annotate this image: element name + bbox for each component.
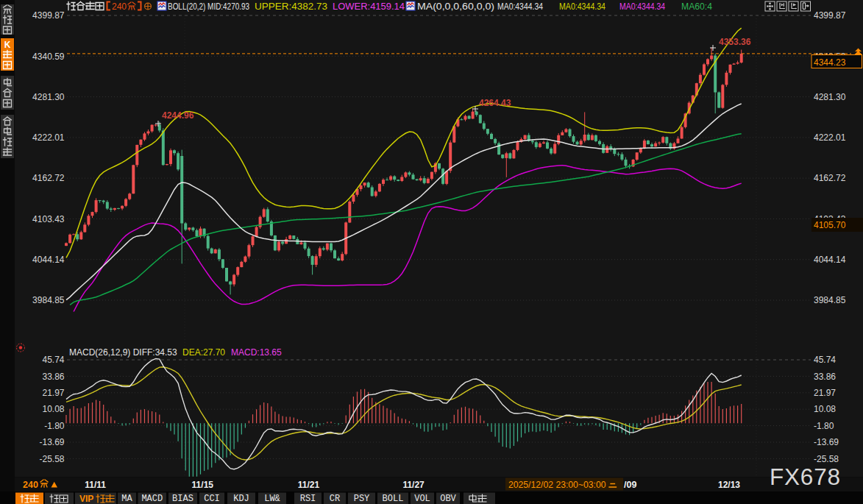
svg-text:4340.59: 4340.59: [32, 52, 65, 62]
svg-text:11/11: 11/11: [85, 480, 106, 490]
svg-text:4103.43: 4103.43: [32, 214, 65, 224]
svg-text:4399.87: 4399.87: [32, 10, 65, 21]
svg-text:4044.14: 4044.14: [32, 255, 65, 265]
svg-text:240: 240: [112, 1, 127, 12]
svg-text:4281.30: 4281.30: [814, 92, 846, 102]
svg-text:11/27: 11/27: [402, 480, 425, 490]
svg-text:BOLL: BOLL: [383, 494, 404, 504]
svg-text:4044.14: 4044.14: [814, 255, 846, 265]
svg-text:4244.96: 4244.96: [162, 110, 194, 121]
svg-text:4344.23: 4344.23: [814, 57, 846, 68]
svg-text:-1.80: -1.80: [814, 421, 834, 431]
svg-text:LOWER:4159.14: LOWER:4159.14: [333, 1, 405, 12]
svg-text:12/13: 12/13: [718, 480, 740, 490]
svg-text:VIP: VIP: [79, 494, 93, 504]
svg-text:33.86: 33.86: [814, 372, 836, 382]
svg-text:33.86: 33.86: [42, 372, 64, 382]
svg-text:MACD:13.65: MACD:13.65: [231, 347, 282, 358]
svg-text:21.97: 21.97: [814, 388, 836, 398]
svg-text:/09: /09: [624, 480, 636, 490]
svg-text:-1.80: -1.80: [44, 421, 65, 431]
svg-text:BIAS: BIAS: [172, 494, 193, 504]
svg-text:MACD: MACD: [141, 494, 163, 504]
svg-text:MA(0,0,0,60,0,0): MA(0,0,0,60,0,0): [417, 1, 494, 12]
svg-text:240: 240: [23, 480, 38, 490]
svg-text:4162.72: 4162.72: [32, 173, 65, 183]
svg-text:-13.69: -13.69: [814, 437, 839, 447]
svg-text:MA0:4344.34: MA0:4344.34: [619, 1, 665, 12]
svg-text:MA: MA: [121, 494, 132, 504]
svg-text:45.74: 45.74: [814, 355, 836, 365]
svg-text:-25.58: -25.58: [814, 454, 839, 464]
svg-text:BOLL(20,2) MID:4270.93: BOLL(20,2) MID:4270.93: [168, 1, 249, 12]
svg-text:VOL: VOL: [414, 494, 430, 504]
svg-text:4281.30: 4281.30: [32, 92, 65, 102]
svg-text:4264.43: 4264.43: [479, 98, 511, 108]
svg-text:OBV: OBV: [440, 494, 456, 504]
svg-text:21.97: 21.97: [42, 388, 64, 398]
svg-text:4399.87: 4399.87: [814, 10, 846, 21]
svg-text:KDJ: KDJ: [233, 494, 249, 504]
svg-text:CR: CR: [330, 494, 340, 504]
svg-text:RSI: RSI: [300, 494, 316, 504]
svg-text:4222.01: 4222.01: [814, 132, 846, 143]
svg-text:CCI: CCI: [204, 494, 220, 504]
svg-text:45.74: 45.74: [42, 355, 64, 365]
svg-text:10.08: 10.08: [814, 404, 836, 414]
svg-text:3984.85: 3984.85: [814, 295, 846, 305]
svg-text:MACD(26,12,9) DIFF:34.53: MACD(26,12,9) DIFF:34.53: [69, 347, 177, 358]
svg-text:-25.58: -25.58: [39, 454, 64, 464]
svg-text:LW&: LW&: [264, 494, 280, 504]
svg-text:MA0:4344.34: MA0:4344.34: [497, 1, 543, 12]
svg-text:MA0:4344.34: MA0:4344.34: [559, 1, 605, 12]
svg-text:4105.70: 4105.70: [814, 220, 846, 230]
svg-text:11/21: 11/21: [298, 480, 320, 490]
svg-text:MA60:4: MA60:4: [681, 1, 712, 12]
svg-text:10.08: 10.08: [42, 404, 64, 414]
svg-text:4222.01: 4222.01: [32, 132, 65, 143]
svg-text:2025/12/02 23:00~03:00: 2025/12/02 23:00~03:00: [508, 480, 606, 490]
svg-text:11/15: 11/15: [192, 480, 214, 490]
svg-text:DEA:27.70: DEA:27.70: [182, 347, 225, 358]
svg-text:-13.69: -13.69: [39, 437, 64, 447]
svg-text:K: K: [4, 40, 11, 50]
svg-text:UPPER:4382.73: UPPER:4382.73: [255, 1, 327, 12]
svg-text:3984.85: 3984.85: [32, 295, 65, 305]
svg-text:PSY: PSY: [354, 494, 370, 504]
svg-text:FX678: FX678: [770, 464, 841, 490]
svg-text:4353.36: 4353.36: [719, 37, 751, 47]
svg-text:4162.72: 4162.72: [814, 173, 846, 183]
